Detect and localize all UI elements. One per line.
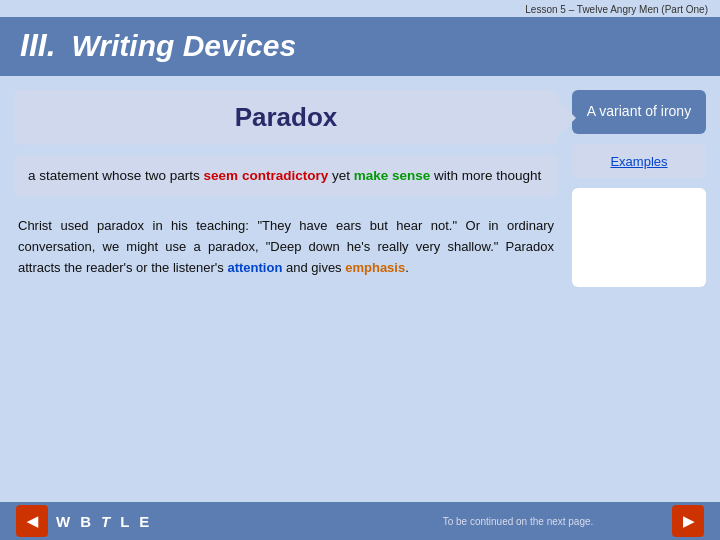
- definition-box: a statement whose two parts seem contrad…: [14, 155, 558, 197]
- main-text: Christ used paradox in his teaching: "Th…: [14, 207, 558, 287]
- header: III. Writing Devices: [0, 17, 720, 76]
- nav-letters: W B T L E: [56, 513, 364, 530]
- irony-box: A variant of irony: [572, 90, 706, 134]
- paradox-title: Paradox: [235, 102, 338, 132]
- definition-make-sense: make sense: [354, 168, 431, 183]
- examples-box[interactable]: Examples: [572, 144, 706, 178]
- irony-label: A variant of irony: [587, 103, 691, 119]
- nav-letter-l[interactable]: L: [120, 513, 129, 530]
- paradox-arrow: [558, 100, 576, 136]
- definition-contradictory: contradictory: [242, 168, 328, 183]
- left-panel: Paradox a statement whose two parts seem…: [14, 90, 558, 287]
- next-icon: ▶: [683, 513, 694, 529]
- main-text-emphasis: emphasis: [345, 260, 405, 275]
- back-icon: ◀: [27, 513, 38, 529]
- bottom-bar: ◀ W B T L E To be continued on the next …: [0, 502, 720, 540]
- right-panel: A variant of irony Examples: [558, 90, 706, 287]
- nav-letter-b[interactable]: B: [80, 513, 91, 530]
- definition-text-3: yet: [328, 168, 354, 183]
- lesson-label: Lesson 5 – Twelve Angry Men (Part One): [525, 4, 708, 15]
- nav-letter-t[interactable]: T: [101, 513, 110, 530]
- section-roman: III.: [20, 27, 56, 64]
- definition-text-4: with more thought: [430, 168, 541, 183]
- examples-link[interactable]: Examples: [610, 154, 667, 169]
- continue-text: To be continued on the next page.: [364, 516, 672, 527]
- nav-letter-w[interactable]: W: [56, 513, 70, 530]
- main-text-middle: and gives: [282, 260, 345, 275]
- main-content: Paradox a statement whose two parts seem…: [0, 76, 720, 287]
- nav-letter-e[interactable]: E: [139, 513, 149, 530]
- next-button[interactable]: ▶: [672, 505, 704, 537]
- paradox-banner: Paradox: [14, 90, 558, 145]
- definition-seem: seem: [204, 168, 239, 183]
- section-title: Writing Devices: [72, 29, 297, 63]
- white-box: [572, 188, 706, 287]
- main-text-end: .: [405, 260, 409, 275]
- back-button[interactable]: ◀: [16, 505, 48, 537]
- top-bar: Lesson 5 – Twelve Angry Men (Part One): [0, 0, 720, 17]
- main-text-attention: attention: [227, 260, 282, 275]
- definition-text-1: a statement whose two parts: [28, 168, 204, 183]
